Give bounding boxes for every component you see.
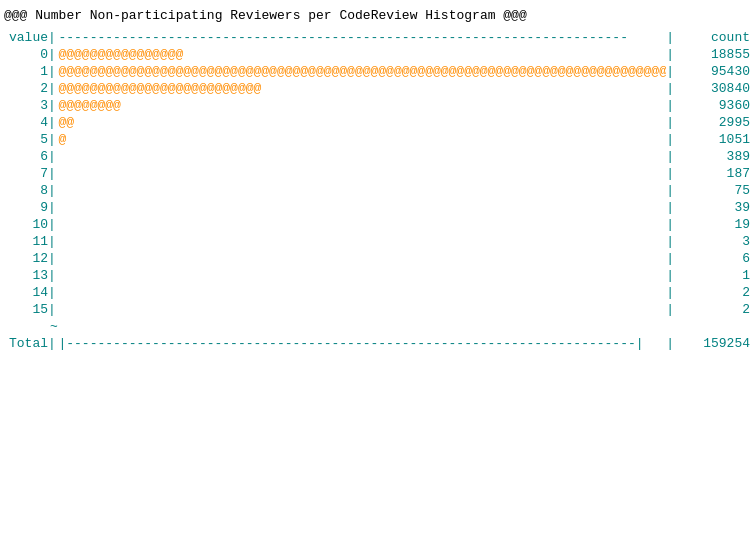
row-bar [58,301,666,318]
tilde-cell [4,318,48,335]
header-value: value [4,29,48,46]
row-pipe-right: | [666,165,676,182]
row-bar [58,199,666,216]
row-bar [58,165,666,182]
table-row: 4 | @@ | 2995 [4,114,750,131]
row-pipe-left: | [48,182,58,199]
row-pipe-right: | [666,216,676,233]
row-pipe-left: | [48,46,58,63]
row-pipe-right: | [666,148,676,165]
row-value: 6 [4,148,48,165]
row-pipe-right: | [666,114,676,131]
row-bar: @@@@@@@@ [58,97,666,114]
row-value: 12 [4,250,48,267]
row-count: 39 [677,199,750,216]
bar-chars: @ [58,132,66,147]
row-pipe-left: | [48,250,58,267]
table-row: 15 | | 2 [4,301,750,318]
row-pipe-left: | [48,148,58,165]
row-bar [58,250,666,267]
data-table: 0 | @@@@@@@@@@@@@@@@ | 18855 1 | @@@@@@@… [4,46,750,318]
row-pipe-left: | [48,284,58,301]
row-pipe-left: | [48,216,58,233]
row-count: 1051 [677,131,750,148]
row-bar [58,233,666,250]
histogram-title: @@@ Number Non-participating Reviewers p… [4,8,750,23]
row-pipe-right: | [666,46,676,63]
row-pipe-left: | [48,267,58,284]
bar-chars: @@ [58,115,74,130]
header-pipe-right: | [666,29,676,46]
row-bar [58,148,666,165]
table-row: 12 | | 6 [4,250,750,267]
histogram-table: value | --------------------------------… [4,29,750,46]
total-count: 159254 [677,335,750,352]
table-row: 8 | | 75 [4,182,750,199]
row-bar: @ [58,131,666,148]
bar-chars: @@@@@@@@@@@@@@@@ [58,47,183,62]
row-pipe-right: | [666,97,676,114]
row-count: 2 [677,284,750,301]
header-pipe-left: | [48,29,58,46]
bar-chars: @@@@@@@@@@@@@@@@@@@@@@@@@@@@@@@@@@@@@@@@… [58,64,666,79]
row-count: 18855 [677,46,750,63]
row-pipe-right: | [666,250,676,267]
row-value: 4 [4,114,48,131]
table-row: 13 | | 1 [4,267,750,284]
bar-chars: @@@@@@@@@@@@@@@@@@@@@@@@@@ [58,81,261,96]
row-count: 2995 [677,114,750,131]
row-value: 7 [4,165,48,182]
table-row: 5 | @ | 1051 [4,131,750,148]
row-bar: @@@@@@@@@@@@@@@@@@@@@@@@@@@@@@@@@@@@@@@@… [58,63,666,80]
row-pipe-right: | [666,233,676,250]
table-row: 14 | | 2 [4,284,750,301]
table-row: 2 | @@@@@@@@@@@@@@@@@@@@@@@@@@ | 30840 [4,80,750,97]
row-value: 13 [4,267,48,284]
row-bar: @@@@@@@@@@@@@@@@ [58,46,666,63]
table-row: 11 | | 3 [4,233,750,250]
tilde-row: ~ [4,318,750,335]
row-count: 75 [677,182,750,199]
row-count: 19 [677,216,750,233]
row-value: 0 [4,46,48,63]
row-pipe-right: | [666,301,676,318]
row-pipe-right: | [666,182,676,199]
row-count: 389 [677,148,750,165]
footer-table: ~ Total | |-----------------------------… [4,318,750,352]
header-separator: ----------------------------------------… [58,29,666,46]
total-pipe-left: | [48,335,58,352]
row-pipe-left: | [48,80,58,97]
row-count: 95430 [677,63,750,80]
row-pipe-right: | [666,199,676,216]
table-row: 10 | | 19 [4,216,750,233]
row-count: 187 [677,165,750,182]
row-count: 1 [677,267,750,284]
row-value: 5 [4,131,48,148]
row-pipe-right: | [666,267,676,284]
row-count: 2 [677,301,750,318]
row-bar: @@ [58,114,666,131]
row-count: 9360 [677,97,750,114]
table-row: 0 | @@@@@@@@@@@@@@@@ | 18855 [4,46,750,63]
row-pipe-right: | [666,80,676,97]
row-value: 11 [4,233,48,250]
table-row: 3 | @@@@@@@@ | 9360 [4,97,750,114]
header-row: value | --------------------------------… [4,29,750,46]
row-pipe-left: | [48,233,58,250]
row-pipe-left: | [48,63,58,80]
bar-chars: @@@@@@@@ [58,98,120,113]
header-count: count [677,29,750,46]
row-count: 30840 [677,80,750,97]
row-bar: @@@@@@@@@@@@@@@@@@@@@@@@@@ [58,80,666,97]
row-pipe-left: | [48,131,58,148]
row-pipe-right: | [666,284,676,301]
row-value: 8 [4,182,48,199]
row-count: 3 [677,233,750,250]
total-label: Total [4,335,48,352]
total-pipe-right: | [666,335,676,352]
row-value: 10 [4,216,48,233]
table-row: 6 | | 389 [4,148,750,165]
table-row: 9 | | 39 [4,199,750,216]
row-value: 9 [4,199,48,216]
row-pipe-left: | [48,114,58,131]
